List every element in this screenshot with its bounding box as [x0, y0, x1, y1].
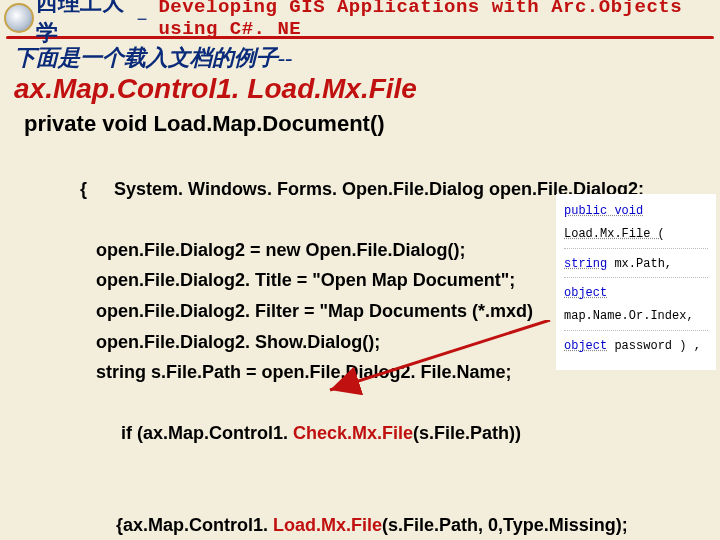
code-text: (s.File.Path, 0,Type.Missing);: [382, 515, 628, 535]
course-title: Developing GIS Applications with Arc.Obj…: [158, 0, 716, 40]
intro-text: 下面是一个载入文档的例子--: [0, 41, 720, 73]
slide-heading: ax.Map.Control1. Load.Mx.File: [0, 73, 720, 109]
university-logo-icon: [4, 3, 34, 33]
open-brace: {: [80, 174, 114, 205]
code-text: if (ax.Map.Control1.: [116, 423, 293, 443]
university-name: 西理工大学: [36, 0, 126, 48]
header-separator: －: [132, 5, 152, 32]
sig-text: password ) ,: [607, 339, 701, 353]
method-signature: private void Load.Map.Document(): [0, 109, 720, 143]
highlight-load: Load.Mx.File: [273, 515, 382, 535]
api-signature-box: public void Load.Mx.File ( string mx.Pat…: [556, 194, 716, 370]
sig-row: object map.Name.Or.Index,: [564, 282, 708, 331]
code-text: (s.File.Path)): [413, 423, 521, 443]
sig-text: map.Name.Or.Index,: [564, 309, 694, 323]
keyword: object: [564, 339, 607, 353]
code-line: {ax.Map.Control1. Load.Mx.File(s.File.Pa…: [60, 480, 712, 540]
keyword: string: [564, 257, 607, 271]
sig-row: object password ) ,: [564, 335, 708, 360]
sig-row: string mx.Path,: [564, 253, 708, 279]
keyword: object: [564, 286, 607, 300]
sig-row: public void Load.Mx.File (: [564, 200, 708, 249]
sig-text: Load.Mx.File (: [564, 227, 665, 241]
keyword: public void: [564, 204, 643, 218]
code-line: if (ax.Map.Control1. Check.Mx.File(s.Fil…: [60, 388, 712, 480]
slide-header: 西理工大学 － Developing GIS Applications with…: [0, 0, 720, 36]
sig-text: mx.Path,: [607, 257, 672, 271]
highlight-check: Check.Mx.File: [293, 423, 413, 443]
code-text: {ax.Map.Control1.: [116, 515, 273, 535]
